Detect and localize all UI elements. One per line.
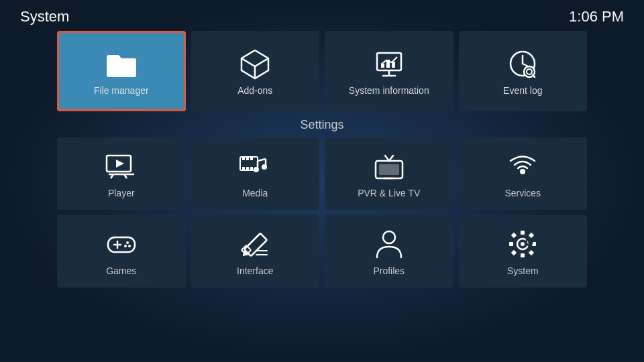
svg-point-30 — [262, 164, 267, 170]
tile-add-ons[interactable]: Add-ons — [191, 31, 320, 111]
header: System 1:06 PM — [0, 0, 644, 31]
page-title: System — [20, 8, 69, 25]
svg-rect-0 — [107, 58, 136, 77]
tile-services-label: Services — [504, 188, 541, 198]
svg-line-46 — [251, 240, 267, 256]
system-info-icon — [372, 46, 407, 81]
svg-rect-34 — [379, 164, 399, 175]
tile-interface[interactable]: Interface — [191, 215, 320, 288]
tile-system-label: System — [507, 265, 539, 276]
clock: 1:06 PM — [569, 8, 624, 25]
svg-line-45 — [244, 233, 260, 249]
svg-line-27 — [258, 159, 266, 161]
profiles-icon — [372, 227, 407, 261]
tile-event-log[interactable]: Event log — [459, 31, 588, 111]
svg-rect-24 — [246, 167, 249, 170]
games-icon — [104, 227, 139, 261]
tile-media-label: Media — [242, 188, 268, 198]
interface-icon — [237, 227, 272, 261]
svg-rect-55 — [521, 253, 525, 257]
svg-rect-23 — [242, 167, 245, 170]
settings-row-1: Player Media — [57, 137, 587, 210]
pvr-icon — [372, 149, 407, 184]
add-ons-icon — [237, 46, 272, 81]
svg-point-51 — [383, 231, 395, 243]
svg-line-12 — [533, 75, 535, 77]
svg-point-40 — [126, 241, 129, 244]
svg-rect-22 — [250, 157, 253, 160]
svg-point-29 — [254, 167, 259, 172]
tile-add-ons-label: Add-ons — [237, 85, 272, 96]
file-manager-icon — [104, 46, 139, 81]
tile-services[interactable]: Services — [459, 137, 588, 210]
event-log-icon — [505, 46, 540, 81]
top-tiles-row: File manager Add-ons System information — [0, 31, 644, 111]
tile-player-label: Player — [108, 188, 135, 198]
svg-point-42 — [128, 245, 131, 247]
tile-media[interactable]: Media — [191, 137, 320, 210]
svg-rect-59 — [529, 233, 534, 238]
svg-line-44 — [260, 233, 267, 240]
tile-system-info-label: System information — [349, 85, 429, 96]
svg-point-53 — [521, 242, 525, 246]
media-icon — [237, 149, 272, 184]
tile-profiles-label: Profiles — [373, 265, 405, 276]
tile-games[interactable]: Games — [57, 215, 186, 288]
svg-rect-61 — [529, 250, 534, 255]
svg-point-41 — [124, 245, 127, 247]
tile-player[interactable]: Player — [57, 137, 186, 210]
tile-games-label: Games — [106, 265, 136, 276]
tile-event-log-label: Event log — [503, 85, 542, 96]
svg-rect-25 — [250, 167, 253, 170]
svg-rect-54 — [521, 231, 525, 235]
svg-marker-18 — [116, 160, 124, 168]
svg-rect-60 — [511, 250, 517, 255]
svg-rect-58 — [511, 233, 517, 238]
services-icon — [505, 149, 540, 184]
settings-grid: Player Media — [0, 137, 644, 288]
tile-pvr-label: PVR & Live TV — [358, 188, 420, 198]
tile-file-manager-label: File manager — [94, 85, 149, 96]
svg-rect-56 — [509, 242, 513, 246]
tile-file-manager[interactable]: File manager — [57, 31, 186, 111]
player-icon — [104, 149, 139, 184]
system-icon — [505, 227, 540, 261]
tile-system-information[interactable]: System information — [325, 31, 453, 111]
svg-rect-20 — [242, 157, 245, 160]
tile-profiles[interactable]: Profiles — [325, 215, 453, 288]
tile-pvr-live-tv[interactable]: PVR & Live TV — [325, 137, 453, 210]
tile-system[interactable]: System — [459, 215, 588, 288]
settings-label: Settings — [0, 118, 644, 132]
svg-rect-21 — [246, 157, 249, 160]
settings-row-2: Games Interface Profi — [57, 215, 587, 288]
svg-point-36 — [520, 169, 525, 174]
tile-interface-label: Interface — [237, 265, 273, 276]
